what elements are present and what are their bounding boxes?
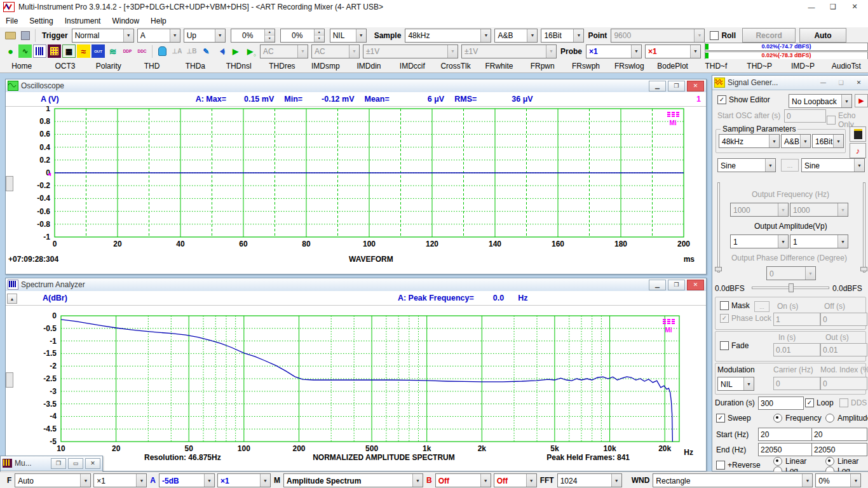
x-multiplier-select[interactable]: ×1▼ [93, 473, 147, 487]
scale-b-linear-radio[interactable]: Linear [825, 457, 858, 466]
reverse-checkbox[interactable]: +Reverse [716, 461, 761, 470]
probe-b-select[interactable]: ×1▼ [645, 44, 701, 58]
tab-thd-p[interactable]: THD~P [738, 59, 781, 72]
oscilloscope-minimize-button[interactable]: ▁ [649, 81, 666, 92]
signal-generator-icon[interactable]: ≈ [77, 44, 90, 58]
tab-frpwn[interactable]: FRpwn [521, 59, 564, 72]
level-slider-a[interactable] [715, 182, 721, 273]
multimeter-icon[interactable] [48, 44, 61, 58]
tab-imd-p[interactable]: IMD~P [781, 59, 824, 72]
derived-data-icon[interactable]: ≋ [106, 44, 119, 58]
channels-select[interactable]: A&B▼ [494, 29, 538, 43]
amplitude-a-select[interactable]: 1▼ [730, 234, 789, 248]
a-gain-select[interactable]: -5dB▼ [159, 473, 215, 487]
oscilloscope-maximize-button[interactable]: ❐ [668, 81, 685, 92]
waveform-b-select[interactable]: Sine▼ [801, 158, 865, 172]
amplitude-b-select[interactable]: 1▼ [790, 234, 848, 248]
oscilloscope-plot[interactable]: 02040608010012014016018020010.80.60.40.2… [6, 106, 705, 256]
minimized-restore-button[interactable]: ❐ [51, 458, 66, 469]
spin-up-icon[interactable]: ▲ [315, 29, 324, 36]
app-minimize-button[interactable]: — [801, 0, 822, 13]
freq-axis-select[interactable]: Auto▼ [15, 473, 91, 487]
minimized-multimeter-window[interactable]: Mu... ❐ ▭ ✕ [0, 456, 103, 472]
sample-rate-select[interactable]: 48kHz▼ [405, 29, 491, 43]
tab-crosstlk[interactable]: CrossTlk [434, 59, 477, 72]
calibration-probe-icon[interactable]: ✎ [200, 44, 213, 58]
window-function-select[interactable]: Rectangle▼ [653, 473, 813, 487]
spectrum-3d-plot-icon[interactable]: ▦ [62, 44, 76, 58]
tab-oct3[interactable]: OCT3 [43, 59, 86, 72]
siggen-play-button[interactable]: ▶ [855, 94, 868, 107]
derived-data-point-icon[interactable]: DDP [121, 44, 134, 58]
menu-setting[interactable]: Setting [24, 14, 58, 27]
trigger-source-select[interactable]: A▼ [137, 29, 180, 43]
waveform-a-select[interactable]: Sine▼ [717, 158, 776, 172]
play-loop-icon[interactable]: ▶○ [243, 44, 257, 58]
trigger-level-marker[interactable]: ◄ [46, 171, 52, 177]
analysis-mode-select[interactable]: Amplitude Spectrum▼ [283, 473, 423, 487]
loopback-select[interactable]: No Loopback▼ [789, 94, 852, 108]
loop-checkbox[interactable]: ✓Loop [805, 398, 834, 407]
sweep-frequency-radio[interactable]: Frequency [773, 414, 822, 423]
siggen-minimize-button[interactable]: — [815, 78, 831, 88]
scroll-up-button[interactable]: ▲ [7, 294, 17, 304]
sweep-amplitude-radio[interactable]: Amplitude [825, 414, 868, 423]
menu-instrument[interactable]: Instrument [59, 14, 107, 27]
sweep-end-a-input[interactable]: 22050 [758, 443, 813, 456]
spectrum-minimize-button[interactable]: ▁ [649, 280, 666, 290]
trigger-level-spinner[interactable]: 0%▲▼ [231, 29, 275, 43]
siggen-close-button[interactable]: ✕ [851, 78, 867, 88]
spin-down-icon[interactable]: ▼ [265, 36, 275, 42]
trigger-frequency-select[interactable]: NIL▼ [330, 29, 367, 43]
tab-polarity[interactable]: Polarity [87, 59, 130, 72]
oscilloscope-close-button[interactable]: ✕ [687, 81, 704, 92]
tab-imddin[interactable]: IMDdin [347, 59, 390, 72]
spin-down-icon[interactable]: ▼ [315, 36, 324, 42]
sweep-checkbox[interactable]: ✓Sweep [716, 414, 751, 423]
tab-home[interactable]: Home [0, 59, 43, 72]
trigger-mode-select[interactable]: Normal▼ [72, 29, 134, 43]
open-file-icon[interactable] [4, 29, 17, 42]
roll-checkbox[interactable]: Roll [710, 31, 736, 40]
tab-frwhite[interactable]: FRwhite [477, 59, 520, 72]
level-slider-b[interactable] [860, 182, 866, 273]
tab-bodeplot[interactable]: BodePlot [651, 59, 694, 72]
run-stop-icon[interactable]: ● [4, 44, 17, 58]
show-editor-checkbox[interactable]: ✓Show Editor [717, 95, 770, 104]
derived-data-curve-icon[interactable]: DDC [135, 44, 149, 58]
overlap-select[interactable]: 0%▼ [815, 473, 861, 487]
tab-thdres[interactable]: THDres [261, 59, 304, 72]
menu-window[interactable]: Window [106, 14, 145, 27]
siggen-rate-select[interactable]: 48kHz▼ [719, 134, 780, 148]
tab-thd-f[interactable]: THD~f [695, 59, 738, 72]
oscilloscope-icon[interactable]: ∿ [18, 44, 32, 58]
app-close-button[interactable]: ✕ [844, 0, 865, 13]
tab-frswph[interactable]: FRswph [564, 59, 607, 72]
spectrum-maximize-button[interactable]: ❐ [668, 280, 685, 290]
a-multiplier-select[interactable]: ×1▼ [217, 473, 271, 487]
probe-a-select[interactable]: ×1▼ [586, 44, 642, 58]
fft-size-select[interactable]: 1024▼ [557, 473, 622, 487]
oscilloscope-titlebar[interactable]: Oscilloscope ▁ ❐ ✕ [6, 79, 706, 93]
balance-slider[interactable] [752, 283, 829, 292]
siggen-channels-select[interactable]: A&B▼ [781, 134, 811, 148]
sweep-end-b-input[interactable]: 22050 [811, 443, 867, 456]
tab-thda[interactable]: THDa [173, 59, 217, 72]
music-note-button[interactable]: ♪ [850, 143, 866, 158]
b-gain-select[interactable]: Off▼ [435, 473, 491, 487]
spin-up-icon[interactable]: ▲ [265, 29, 275, 36]
b-multiplier-select[interactable]: Off▼ [494, 473, 537, 487]
device-test-plan-icon[interactable]: OUT [92, 44, 105, 58]
spectrum-close-button[interactable]: ✕ [687, 280, 704, 290]
signal-generator-titlebar[interactable]: Signal Gener... — ❑ ✕ [712, 76, 868, 90]
fade-checkbox[interactable]: Fade [720, 341, 749, 350]
play-icon[interactable]: ▶ [229, 44, 242, 58]
minimized-maximize-button[interactable]: ▭ [68, 458, 83, 469]
scale-a-linear-radio[interactable]: Linear [773, 457, 806, 466]
save-signal-button[interactable] [850, 126, 866, 142]
spectrum-analyzer-icon[interactable] [33, 44, 46, 58]
app-maximize-button[interactable]: ❑ [822, 0, 844, 13]
duration-input[interactable]: 300 [758, 396, 804, 410]
tab-imdccif[interactable]: IMDccif [391, 59, 434, 72]
bit-depth-select[interactable]: 16Bit▼ [541, 29, 584, 43]
